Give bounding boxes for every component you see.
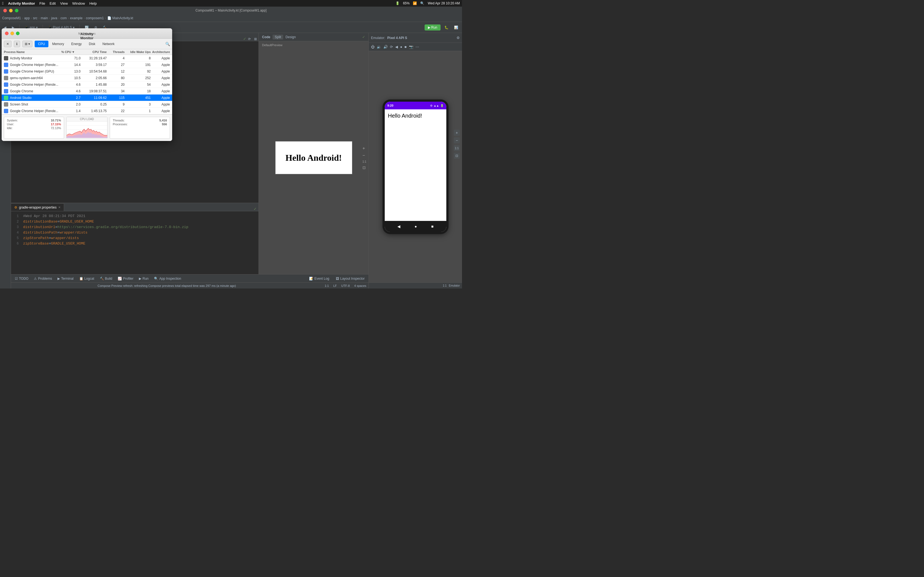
run-button[interactable]: ▶ Run [425, 24, 441, 31]
process-row-3[interactable]: qemu-system-aarch64 10.5 2:05.66 80 252 … [2, 75, 172, 81]
preview-1-1-label[interactable]: 1:1 [362, 160, 366, 163]
am-tab-disk[interactable]: Disk [86, 41, 99, 47]
menu-window[interactable]: Window [72, 2, 85, 5]
gradle-tab-close-icon[interactable]: ✕ [58, 206, 60, 209]
emulator-vol-up-icon[interactable]: 🔊 [383, 45, 388, 49]
process-row-0[interactable]: Activity Monitor 71.0 31:26:19.47 4 8 Ap… [2, 55, 172, 61]
emulator-recent-icon[interactable]: ■ [404, 45, 407, 49]
sort-arrow-icon: ▼ [72, 50, 75, 53]
emulator-more-icon[interactable]: ⋯ [415, 45, 419, 49]
status-position[interactable]: 1:1 [325, 284, 329, 287]
split-icon[interactable]: ⊞ [252, 37, 258, 41]
emulator-settings-icon[interactable]: ⚙ [457, 36, 460, 40]
preview-split-label[interactable]: Split [273, 35, 283, 40]
menu-edit[interactable]: Edit [50, 2, 55, 5]
phone-back-btn[interactable]: ◀ [397, 224, 401, 229]
breadcrumb-main[interactable]: main [41, 16, 48, 20]
process-app-icon [4, 89, 8, 93]
maximize-button[interactable] [15, 9, 18, 12]
am-header-threads[interactable]: Threads [107, 50, 124, 53]
am-minimize-button[interactable] [10, 32, 14, 35]
emulator-power-icon[interactable]: ⏻ [371, 45, 375, 49]
menubar-app-name[interactable]: Activity Monitor [8, 2, 35, 5]
emulator-device[interactable]: Pixel 4 API S [387, 36, 407, 40]
zoom-out-btn[interactable]: − [454, 137, 460, 143]
layout-inspector-btn[interactable]: 🖼 Layout Inspector [334, 276, 366, 281]
zoom-in-btn[interactable]: + [454, 130, 460, 136]
breadcrumb-composem1[interactable]: ComposeM1 [2, 16, 21, 20]
profiler-btn[interactable]: 📈 Profiler [116, 276, 135, 281]
preview-fit-icon[interactable]: ⊡ [362, 165, 366, 170]
terminal-btn[interactable]: ▶ Terminal [56, 276, 75, 281]
am-tab-cpu[interactable]: CPU [35, 41, 48, 47]
am-header-cputime[interactable]: CPU Time [81, 50, 107, 53]
process-idle: 451 [124, 96, 151, 100]
status-indent[interactable]: 4 spaces [354, 284, 366, 287]
process-row-6[interactable]: Android Studio 2.7 11:09.62 115 451 Appl… [2, 95, 172, 101]
menu-file[interactable]: File [39, 2, 45, 5]
preview-design-label[interactable]: Design [286, 35, 296, 39]
logcat-btn[interactable]: 📋 Logcat [78, 276, 96, 281]
am-search[interactable]: 🔍 [165, 42, 170, 46]
breadcrumb-app[interactable]: app [24, 16, 30, 20]
status-charset[interactable]: UTF-8 [341, 284, 350, 287]
am-header-process[interactable]: Process Name [4, 50, 61, 53]
phone-navbar[interactable]: ◀ ● ■ [385, 221, 446, 232]
am-tab-memory[interactable]: Memory [49, 41, 67, 47]
am-view-btn[interactable]: ⊞ ▾ [22, 41, 32, 47]
emulator-rotate-icon[interactable]: ⟳ [390, 45, 393, 49]
am-title-block: Activity Monitor My Processes [78, 32, 96, 35]
emulator-vol-down-icon[interactable]: 🔉 [377, 45, 381, 49]
status-lf[interactable]: LF [333, 284, 337, 287]
breadcrumb-file[interactable]: 📄 MainActivity.kt [107, 16, 133, 20]
build-btn[interactable]: 🔨 Build [98, 276, 114, 281]
bottom-code[interactable]: 1 #Wed Apr 28 08:21:34 PDT 2021 2 distri… [11, 211, 258, 274]
process-row-2[interactable]: Google Chrome Helper (GPU) 13.0 10:54:54… [2, 68, 172, 75]
am-search-icon[interactable]: 🔍 [165, 42, 170, 46]
emulator-camera-icon[interactable]: 📷 [409, 45, 414, 49]
preview-zoom-in-icon[interactable]: + [362, 146, 366, 151]
process-row-1[interactable]: Google Chrome Helper (Rende... 14.4 3:59… [2, 61, 172, 68]
apple-menu[interactable]:  [2, 1, 3, 5]
breadcrumb-composem1-pkg[interactable]: composem1 [86, 16, 104, 20]
close-button[interactable] [3, 9, 7, 12]
breadcrumb-com[interactable]: com [60, 16, 67, 20]
breadcrumb-src[interactable]: src [33, 16, 37, 20]
profiler-btn[interactable]: 📊 [452, 25, 460, 30]
phone-recent-btn[interactable]: ■ [431, 224, 433, 229]
todo-btn[interactable]: ☑ TODO [13, 276, 30, 281]
am-header-arch[interactable]: Architecture [151, 50, 170, 53]
am-tab-network[interactable]: Network [99, 41, 118, 47]
process-row-4[interactable]: Google Chrome Helper (Rende... 4.6 1:45.… [2, 81, 172, 88]
am-info-btn[interactable]: ℹ [14, 41, 20, 47]
event-log-btn[interactable]: 📝 Event Log [307, 276, 331, 281]
menu-view[interactable]: View [60, 2, 68, 5]
zoom-1-1-btn[interactable]: 1:1 [454, 145, 460, 151]
am-close-process-btn[interactable]: ✕ [4, 41, 11, 47]
breadcrumb-example[interactable]: example [70, 16, 82, 20]
preview-zoom-out-icon[interactable]: − [362, 153, 366, 158]
debug-btn[interactable]: 🐛 [443, 25, 450, 30]
menu-help[interactable]: Help [89, 2, 97, 5]
am-tab-energy[interactable]: Energy [68, 41, 85, 47]
zoom-fit-btn[interactable]: ⊡ [454, 153, 460, 159]
process-row-8[interactable]: Google Chrome Helper (Rende... 1.4 1:45:… [2, 108, 172, 114]
am-close-button[interactable] [5, 32, 8, 35]
process-row-5[interactable]: Google Chrome 4.6 19:08:37.51 34 18 Appl… [2, 88, 172, 95]
problems-btn[interactable]: ⚠ Problems [32, 276, 53, 281]
emulator-back-nav-icon[interactable]: ◀ [395, 45, 398, 49]
phone-home-btn[interactable]: ● [415, 224, 417, 229]
tab-gradle[interactable]: ⚙ gradle-wrapper.properties ✕ [11, 203, 64, 211]
minimize-button[interactable] [9, 9, 13, 12]
am-maximize-button[interactable] [16, 32, 19, 35]
app-inspection-btn[interactable]: 🔍 App Inspection [152, 276, 183, 281]
process-row-7[interactable]: Screen Shot 2.0 0.25 9 3 Apple [2, 101, 172, 108]
refresh-icon[interactable]: ⟳ [246, 37, 252, 41]
am-header-cpu[interactable]: % CPU ▼ [61, 50, 81, 53]
emulator-home-icon[interactable]: ● [400, 45, 402, 49]
emulator-tab-label[interactable]: Emulator [449, 284, 460, 287]
breadcrumb-java[interactable]: java [51, 16, 57, 20]
am-header-idle[interactable]: Idle Wake Ups [124, 50, 151, 53]
run-tool-btn[interactable]: ▶ Run [137, 276, 150, 281]
search-icon[interactable]: 🔍 [420, 2, 424, 5]
